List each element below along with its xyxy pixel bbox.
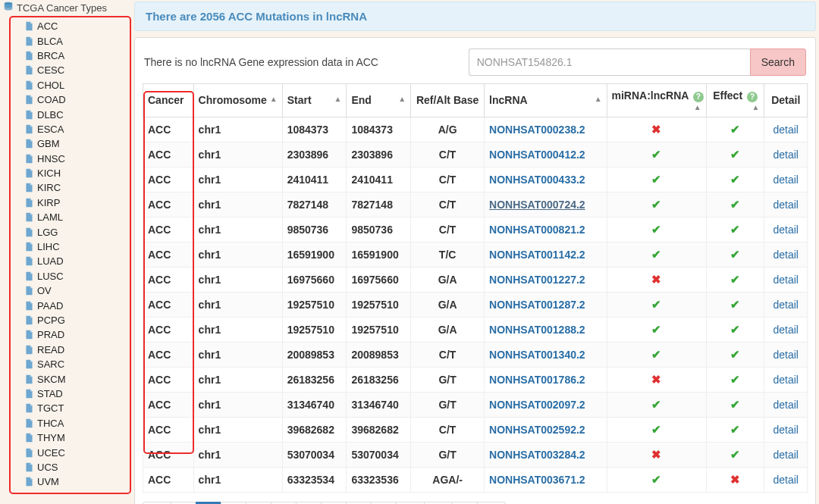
sidebar-item-brca[interactable]: BRCA xyxy=(24,49,130,63)
check-icon: ✔ xyxy=(730,373,740,386)
cell-effect: ✖ xyxy=(706,467,764,492)
detail-link[interactable]: detail xyxy=(773,474,798,486)
cell-cancer: ACC xyxy=(143,467,194,492)
th-cancer[interactable]: Cancer xyxy=(143,84,194,117)
sidebar-item-gbm[interactable]: GBM xyxy=(24,136,130,151)
lncrna-link[interactable]: NONHSAT001288.2 xyxy=(489,324,585,336)
sidebar-item-kirc[interactable]: KIRC xyxy=(24,180,130,195)
lncrna-link[interactable]: NONHSAT001287.2 xyxy=(489,299,585,311)
sidebar-item-pcpg[interactable]: PCPG xyxy=(24,313,130,327)
th-effect[interactable]: Effect ?▲ xyxy=(706,84,764,117)
pager-page-68[interactable]: 68 xyxy=(396,502,425,505)
detail-link[interactable]: detail xyxy=(773,274,798,286)
sidebar-item-cesc[interactable]: CESC xyxy=(24,63,130,77)
th-chromosome[interactable]: Chromosome▲ xyxy=(193,84,282,117)
sidebar-item-uvm[interactable]: UVM xyxy=(24,474,130,489)
detail-link[interactable]: detail xyxy=(773,374,798,386)
sidebar-item-kich[interactable]: KICH xyxy=(24,166,130,180)
pager-prev[interactable]: < xyxy=(171,502,196,505)
detail-link[interactable]: detail xyxy=(773,199,798,211)
lncrna-link[interactable]: NONHSAT003284.2 xyxy=(489,449,585,461)
lncrna-link[interactable]: NONHSAT000724.2 xyxy=(489,199,585,211)
th-start[interactable]: Start▲ xyxy=(282,84,347,117)
pager-page-7[interactable]: 7 xyxy=(346,502,372,505)
detail-link[interactable]: detail xyxy=(773,449,798,461)
th-mirna[interactable]: miRNA:lncRNA ?▲ xyxy=(607,84,706,117)
pager-page-5[interactable]: 5 xyxy=(296,502,322,505)
pager-page-3[interactable]: 3 xyxy=(246,502,271,505)
cell-effect: ✔ xyxy=(706,242,764,267)
pager-last[interactable]: >> xyxy=(477,502,506,505)
detail-link[interactable]: detail xyxy=(773,349,798,361)
th-lncrna[interactable]: lncRNA▲ xyxy=(485,84,607,117)
sidebar-item-lgg[interactable]: LGG xyxy=(24,224,130,239)
sidebar-item-laml[interactable]: LAML xyxy=(24,210,130,224)
pager-page-1[interactable]: 1 xyxy=(196,502,221,505)
sidebar-item-read[interactable]: READ xyxy=(24,343,130,357)
pager-first[interactable]: << xyxy=(143,502,171,505)
cell-chromosome: chr1 xyxy=(193,392,282,417)
sidebar-item-thym[interactable]: THYM xyxy=(24,430,130,445)
detail-link[interactable]: detail xyxy=(773,124,798,136)
detail-link[interactable]: detail xyxy=(773,424,798,436)
lncrna-link[interactable]: NONHSAT002097.2 xyxy=(489,399,585,411)
lncrna-link[interactable]: NONHSAT001786.2 xyxy=(489,374,585,386)
sidebar-item-acc[interactable]: ACC xyxy=(24,19,130,33)
sidebar-item-tgct[interactable]: TGCT xyxy=(24,401,130,415)
cell-refalt: C/T xyxy=(411,217,485,242)
detail-link[interactable]: detail xyxy=(773,399,798,411)
lncrna-link[interactable]: NONHSAT001142.2 xyxy=(489,249,585,261)
lncrna-link[interactable]: NONHSAT001227.2 xyxy=(489,274,585,286)
sidebar-item-sarc[interactable]: SARC xyxy=(24,357,130,371)
sidebar-item-dlbc[interactable]: DLBC xyxy=(24,107,130,121)
cell-mirna: ✔ xyxy=(607,392,706,417)
lncrna-link[interactable]: NONHSAT000238.2 xyxy=(489,124,585,136)
search-button[interactable]: Search xyxy=(750,49,806,76)
lncrna-link[interactable]: NONHSAT001340.2 xyxy=(489,349,585,361)
sidebar-item-hnsc[interactable]: HNSC xyxy=(24,152,130,166)
file-icon xyxy=(24,345,34,355)
pager-page-2[interactable]: 2 xyxy=(221,502,246,505)
check-icon: ✔ xyxy=(730,198,740,211)
detail-link[interactable]: detail xyxy=(773,224,798,236)
sidebar-item-lusc[interactable]: LUSC xyxy=(24,269,130,283)
sidebar-item-esca[interactable]: ESCA xyxy=(24,122,130,136)
lncrna-link[interactable]: NONHSAT003671.2 xyxy=(489,474,585,486)
sidebar-item-blca[interactable]: BLCA xyxy=(24,33,130,48)
sidebar-item-paad[interactable]: PAAD xyxy=(24,298,130,312)
nodata-message: There is no lncRNA Gene expression data … xyxy=(144,56,378,68)
sidebar-item-lihc[interactable]: LIHC xyxy=(24,239,130,254)
sidebar-item-prad[interactable]: PRAD xyxy=(24,327,130,342)
sidebar-item-luad[interactable]: LUAD xyxy=(24,254,130,268)
sidebar-item-coad[interactable]: COAD xyxy=(24,92,130,107)
lncrna-link[interactable]: NONHSAT002592.2 xyxy=(489,424,585,436)
detail-link[interactable]: detail xyxy=(773,249,798,261)
pager-page-6[interactable]: 6 xyxy=(321,502,347,505)
sidebar-item-ucec[interactable]: UCEC xyxy=(24,445,130,459)
detail-link[interactable]: detail xyxy=(773,299,798,311)
detail-link[interactable]: detail xyxy=(773,149,798,161)
sidebar-item-chol[interactable]: CHOL xyxy=(24,78,130,92)
sidebar-item-ov[interactable]: OV xyxy=(24,283,130,298)
sidebar-item-stad[interactable]: STAD xyxy=(24,387,130,401)
detail-link[interactable]: detail xyxy=(773,324,798,336)
pager-page-69[interactable]: 69 xyxy=(424,502,453,505)
sidebar-item-kirp[interactable]: KIRP xyxy=(24,196,130,210)
th-refalt[interactable]: Ref/Alt Base xyxy=(411,84,485,117)
sidebar-item-thca[interactable]: THCA xyxy=(24,416,130,430)
lncrna-link[interactable]: NONHSAT000821.2 xyxy=(489,224,585,236)
th-end[interactable]: End▲ xyxy=(347,84,411,117)
lncrna-link[interactable]: NONHSAT000412.2 xyxy=(489,149,585,161)
pager-page-4[interactable]: 4 xyxy=(271,502,297,505)
tree-root[interactable]: TCGA Cancer Types xyxy=(2,0,134,16)
sidebar-item-ucs[interactable]: UCS xyxy=(24,460,130,474)
cell-lncrna: NONHSAT001142.2 xyxy=(485,242,607,267)
search-input[interactable] xyxy=(469,49,750,76)
detail-link[interactable]: detail xyxy=(773,174,798,186)
help-icon[interactable]: ? xyxy=(747,92,758,102)
sidebar-item-skcm[interactable]: SKCM xyxy=(24,371,130,386)
help-icon[interactable]: ? xyxy=(693,92,704,102)
pager-next[interactable]: > xyxy=(452,502,478,505)
file-icon xyxy=(24,433,34,443)
lncrna-link[interactable]: NONHSAT000433.2 xyxy=(489,174,585,186)
